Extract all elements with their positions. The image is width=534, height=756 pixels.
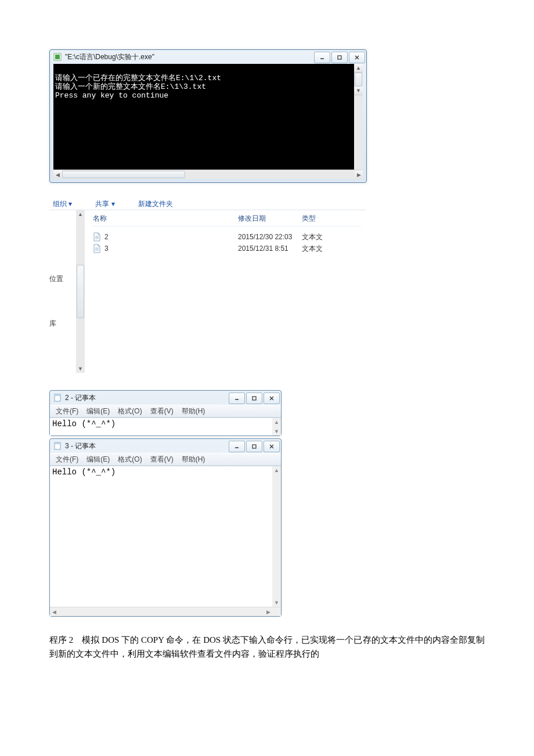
close-button[interactable] (349, 52, 365, 63)
console-line: 请输入一个新的完整文本文件名E:\1\3.txt (55, 82, 206, 91)
vertical-scrollbar[interactable]: ▲ ▼ (272, 466, 281, 607)
scroll-down-icon[interactable]: ▼ (76, 365, 85, 373)
file-type: 文本文 (302, 244, 331, 254)
explorer-toolbar: 组织 ▾ 共享 ▾ 新建文件夹 (49, 199, 366, 210)
maximize-button[interactable] (331, 52, 348, 63)
file-row[interactable]: 2 2015/12/30 22:03 文本文 (93, 231, 361, 243)
notepad-title: 3 - 记事本 (65, 441, 96, 451)
close-button[interactable] (264, 393, 280, 404)
paragraph-label: 程序 2 (49, 635, 73, 645)
nav-item[interactable]: 位置 (49, 274, 76, 284)
scrollbar-thumb[interactable] (77, 265, 84, 318)
maximize-button[interactable] (246, 441, 262, 452)
notepad-icon (53, 442, 62, 450)
scroll-right-icon[interactable]: ▶ (264, 607, 272, 616)
file-row[interactable]: 3 2015/12/31 8:51 文本文 (93, 243, 361, 254)
toolbar-item[interactable]: 组织 ▾ (53, 199, 72, 210)
file-date: 2015/12/31 8:51 (238, 244, 302, 253)
explorer-nav: 位置 库 (49, 210, 76, 373)
nav-scrollbar[interactable]: ▲ ▼ (76, 210, 85, 373)
maximize-button[interactable] (246, 393, 262, 404)
scroll-up-icon[interactable]: ▲ (354, 64, 363, 73)
scroll-right-icon[interactable]: ▶ (355, 170, 363, 179)
vertical-scrollbar[interactable]: ▲ ▼ (354, 64, 363, 170)
file-name: 3 (104, 244, 238, 253)
header-name[interactable]: 名称 (93, 214, 238, 224)
toolbar-item[interactable]: 新建文件夹 (138, 199, 173, 210)
horizontal-scrollbar[interactable]: ◀ ▶ (50, 607, 281, 616)
scrollbar-thumb[interactable] (62, 171, 185, 178)
scroll-up-icon[interactable]: ▲ (76, 210, 85, 218)
header-date[interactable]: 修改日期 (238, 214, 302, 224)
notepad-menubar: 文件(F) 编辑(E) 格式(O) 查看(V) 帮助(H) (50, 453, 281, 466)
notepad-menubar: 文件(F) 编辑(E) 格式(O) 查看(V) 帮助(H) (50, 405, 281, 417)
console-app-icon (53, 53, 62, 61)
column-headers: 名称 修改日期 类型 (93, 214, 361, 226)
explorer-window: 组织 ▾ 共享 ▾ 新建文件夹 位置 库 ▲ ▼ 名称 修改日期 类型 (49, 199, 366, 373)
resize-grip[interactable] (272, 607, 281, 616)
scroll-left-icon[interactable]: ◀ (53, 170, 62, 179)
scroll-left-icon[interactable]: ◀ (50, 607, 58, 616)
text-file-icon (93, 244, 101, 253)
header-type[interactable]: 类型 (302, 214, 331, 224)
notepad-editor[interactable]: Hello (*^_^*) (50, 466, 272, 607)
notepad-titlebar[interactable]: 3 - 记事本 (50, 439, 281, 453)
svg-rect-13 (55, 394, 60, 396)
notepad-editor[interactable]: Hello (*^_^*) (50, 418, 272, 435)
svg-rect-19 (55, 442, 60, 444)
file-type: 文本文 (302, 232, 331, 242)
svg-rect-21 (252, 445, 256, 448)
horizontal-scrollbar[interactable]: ◀ ▶ (53, 170, 363, 179)
notepad-icon (53, 394, 62, 402)
console-line: 请输入一个已存在的完整文本文件名E:\1\2.txt (55, 74, 221, 82)
file-name: 2 (104, 233, 238, 241)
toolbar-item[interactable]: 共享 ▾ (95, 199, 114, 210)
menu-edit[interactable]: 编辑(E) (86, 406, 110, 416)
menu-format[interactable]: 格式(O) (118, 406, 142, 416)
body-paragraph: 程序 2 模拟 DOS 下的 COPY 命令，在 DOS 状态下输入命令行，已实… (49, 633, 485, 661)
menu-edit[interactable]: 编辑(E) (86, 455, 110, 465)
notepad-window-2: 2 - 记事本 文件(F) 编辑(E) 格式(O) 查看(V) 帮助(H) He… (49, 390, 282, 436)
svg-rect-1 (55, 55, 60, 59)
minimize-button[interactable] (229, 393, 245, 404)
console-window: "E:\c语言\Debug\实验十.exe" 请输入一个已存在的完整文本文件名E… (49, 49, 367, 183)
menu-help[interactable]: 帮助(H) (182, 455, 205, 465)
scroll-down-icon[interactable]: ▼ (272, 599, 281, 607)
paragraph-text: 模拟 DOS 下的 COPY 命令，在 DOS 状态下输入命令行，已实现将一个已… (49, 635, 485, 658)
minimize-button[interactable] (229, 441, 245, 452)
close-button[interactable] (264, 441, 280, 452)
console-line: Press any key to continue (55, 91, 168, 100)
menu-file[interactable]: 文件(F) (56, 406, 78, 416)
menu-format[interactable]: 格式(O) (118, 455, 142, 465)
console-output: 请输入一个已存在的完整文本文件名E:\1\2.txt 请输入一个新的完整文本文件… (53, 64, 363, 170)
menu-view[interactable]: 查看(V) (150, 455, 174, 465)
minimize-button[interactable] (314, 52, 330, 63)
scroll-up-icon[interactable]: ▲ (272, 466, 281, 474)
scrollbar-thumb[interactable] (355, 73, 362, 87)
menu-file[interactable]: 文件(F) (56, 455, 78, 465)
console-titlebar[interactable]: "E:\c语言\Debug\实验十.exe" (50, 50, 366, 64)
svg-rect-3 (338, 56, 341, 59)
file-date: 2015/12/30 22:03 (238, 233, 302, 241)
vertical-scrollbar[interactable]: ▲ ▼ (272, 418, 281, 435)
scroll-down-icon[interactable]: ▼ (354, 87, 363, 95)
menu-view[interactable]: 查看(V) (150, 406, 174, 416)
notepad-title: 2 - 记事本 (65, 393, 96, 403)
notepad-window-3: 3 - 记事本 文件(F) 编辑(E) 格式(O) 查看(V) 帮助(H) He… (49, 438, 282, 617)
notepad-titlebar[interactable]: 2 - 记事本 (50, 391, 281, 405)
menu-help[interactable]: 帮助(H) (182, 406, 205, 416)
nav-item[interactable]: 库 (49, 319, 76, 329)
text-file-icon (93, 232, 101, 242)
svg-rect-15 (252, 397, 256, 400)
scroll-down-icon[interactable]: ▼ (272, 427, 281, 435)
scroll-up-icon[interactable]: ▲ (272, 418, 281, 426)
console-title: "E:\c语言\Debug\实验十.exe" (65, 52, 154, 62)
